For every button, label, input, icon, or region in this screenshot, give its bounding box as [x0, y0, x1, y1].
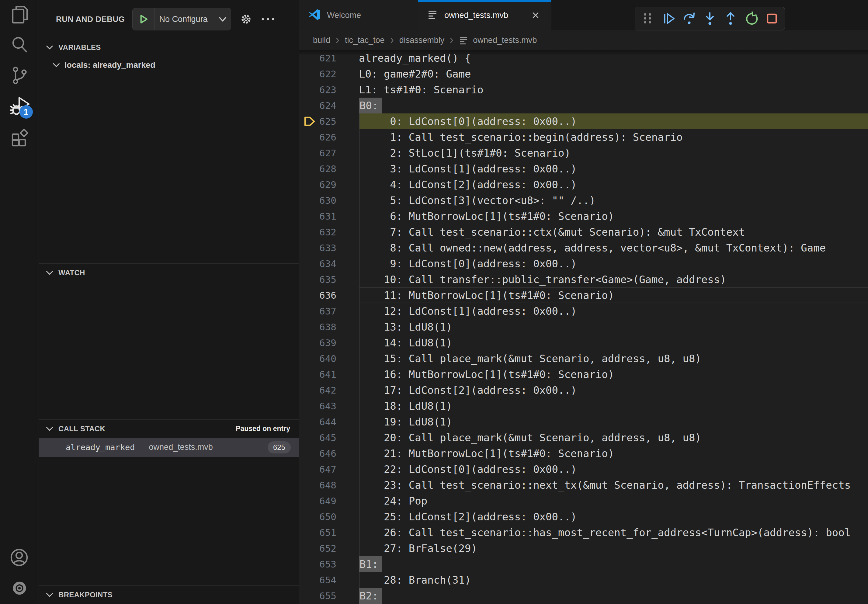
breakpoint-gutter[interactable]: 654 [299, 572, 359, 588]
breakpoint-gutter[interactable]: 628 [299, 161, 359, 177]
code-text[interactable]: 21: MutBorrowLoc[1](ts#1#0: Scenario) [359, 446, 868, 462]
code-text[interactable]: 13: LdU8(1) [359, 319, 868, 335]
code-text[interactable]: L0: game#2#0: Game [359, 66, 868, 82]
breakpoint-gutter[interactable]: 636 [299, 287, 359, 303]
activity-item-run-and-debug[interactable]: 1 [0, 91, 39, 122]
breakpoint-gutter[interactable]: 627 [299, 145, 359, 161]
breakpoint-gutter[interactable]: 639 [299, 335, 359, 351]
breakpoint-gutter[interactable]: 623 [299, 82, 359, 98]
code-text[interactable]: 12: LdConst[1](address: 0x00..) [359, 303, 868, 319]
breakpoint-gutter[interactable]: 630 [299, 192, 359, 208]
code-text[interactable]: 3: LdConst[1](address: 0x00..) [359, 161, 868, 177]
code-text[interactable]: B1: [359, 556, 868, 572]
breadcrumb-build[interactable]: build [313, 36, 330, 45]
breakpoint-gutter[interactable]: 648 [299, 477, 359, 493]
breakpoint-gutter[interactable]: 644 [299, 414, 359, 430]
stop-icon[interactable] [764, 11, 780, 26]
code-text[interactable]: 16: MutBorrowLoc[1](ts#1#0: Scenario) [359, 367, 868, 382]
tab-welcome[interactable]: Welcome [299, 0, 418, 30]
code-text[interactable]: 28: Branch(31) [359, 572, 868, 588]
code-text[interactable]: 20: Call place_mark(&mut Scenario, addre… [359, 430, 868, 446]
breadcrumb-tic-tac-toe[interactable]: tic_tac_toe [345, 36, 385, 45]
breakpoint-gutter[interactable]: 631 [299, 208, 359, 224]
breakpoint-gutter[interactable]: 634 [299, 256, 359, 272]
breakpoint-gutter[interactable]: 651 [299, 525, 359, 541]
continue-icon[interactable] [660, 11, 676, 26]
code-text[interactable]: 2: StLoc[1](ts#1#0: Scenario) [359, 145, 868, 161]
activity-item-source-control[interactable] [0, 61, 39, 91]
breadcrumb-disassembly[interactable]: disassembly [399, 36, 445, 45]
breakpoint-gutter[interactable]: 652 [299, 541, 359, 556]
code-text[interactable]: L1: ts#1#0: Scenario [359, 82, 868, 98]
code-text[interactable]: 18: LdU8(1) [359, 398, 868, 414]
start-debug-play-icon[interactable] [133, 8, 155, 30]
more-actions-ellipsis-icon[interactable] [261, 17, 275, 21]
stack-frame-row[interactable]: already_marked owned_tests.mvb 625 [39, 438, 299, 457]
code-text[interactable]: 27: BrFalse(29) [359, 541, 868, 556]
breakpoint-gutter[interactable]: 649 [299, 493, 359, 509]
breakpoint-gutter[interactable]: 641 [299, 367, 359, 382]
debug-configuration-picker[interactable]: No Configura [132, 8, 231, 30]
code-text[interactable]: B0: [359, 98, 868, 113]
breakpoint-gutter[interactable]: 621 [299, 50, 359, 66]
call-stack-section-header[interactable]: CALL STACK Paused on entry [39, 420, 299, 438]
code-text[interactable]: 1: Call test_scenario::begin(address): S… [359, 129, 868, 145]
drag-handle[interactable] [640, 11, 656, 26]
code-text[interactable]: 7: Call test_scenario::ctx(&mut Scenario… [359, 224, 868, 240]
activity-item-search[interactable] [0, 30, 39, 61]
breakpoint-gutter[interactable]: 645 [299, 430, 359, 446]
activity-item-settings[interactable] [0, 574, 39, 604]
step-into-icon[interactable] [702, 11, 718, 26]
breakpoint-gutter[interactable]: 638 [299, 319, 359, 335]
variables-section-header[interactable]: VARIABLES [39, 38, 299, 57]
code-text[interactable]: 17: LdConst[2](address: 0x00..) [359, 382, 868, 398]
code-text[interactable]: 14: LdU8(1) [359, 335, 868, 351]
close-icon[interactable] [529, 9, 542, 22]
code-text[interactable]: 9: LdConst[0](address: 0x00..) [359, 256, 868, 272]
step-out-icon[interactable] [722, 11, 738, 26]
code-text[interactable]: B2: [359, 588, 868, 604]
breakpoint-gutter[interactable]: 650 [299, 509, 359, 525]
debug-settings-gear-icon[interactable] [239, 12, 253, 26]
code-text[interactable]: 15: Call place_mark(&mut Scenario, addre… [359, 351, 868, 367]
breakpoint-gutter[interactable]: 626 [299, 129, 359, 145]
code-text[interactable]: 0: LdConst[0](address: 0x00..) [359, 113, 868, 129]
breakpoint-gutter[interactable]: 622 [299, 66, 359, 82]
step-over-icon[interactable] [681, 11, 697, 26]
breakpoint-gutter[interactable]: 653 [299, 556, 359, 572]
locals-scope-row[interactable]: locals: already_marked [39, 57, 299, 74]
activity-item-account[interactable] [0, 543, 39, 574]
code-text[interactable]: 6: MutBorrowLoc[1](ts#1#0: Scenario) [359, 208, 868, 224]
breakpoint-gutter[interactable]: 643 [299, 398, 359, 414]
code-text[interactable]: 24: Pop [359, 493, 868, 509]
restart-icon[interactable] [743, 11, 759, 26]
breakpoint-gutter[interactable]: 632 [299, 224, 359, 240]
code-text[interactable]: already_marked() { [359, 50, 868, 66]
code-text[interactable]: 11: MutBorrowLoc[1](ts#1#0: Scenario) [359, 287, 868, 303]
code-text[interactable]: 8: Call owned::new(address, address, vec… [359, 240, 868, 256]
breakpoint-gutter[interactable]: 642 [299, 382, 359, 398]
breakpoint-gutter[interactable]: 647 [299, 462, 359, 477]
breadcrumb-file[interactable]: owned_tests.mvb [459, 36, 537, 45]
breakpoint-gutter[interactable]: 624 [299, 98, 359, 113]
code-text[interactable]: 26: Call test_scenario::has_most_recent_… [359, 525, 868, 541]
code-text[interactable]: 23: Call test_scenario::next_tx(&mut Sce… [359, 477, 868, 493]
code-text[interactable]: 10: Call transfer::public_transfer<Game>… [359, 272, 868, 287]
activity-item-explorer[interactable] [0, 0, 39, 30]
breakpoint-gutter[interactable]: 633 [299, 240, 359, 256]
breakpoint-gutter[interactable]: 635 [299, 272, 359, 287]
code-text[interactable]: 19: LdU8(1) [359, 414, 868, 430]
watch-section-header[interactable]: WATCH [39, 264, 299, 282]
breakpoint-gutter[interactable]: 646 [299, 446, 359, 462]
tab-owned-tests[interactable]: owned_tests.mvb [418, 0, 552, 30]
breakpoint-gutter[interactable]: 637 [299, 303, 359, 319]
breakpoint-gutter[interactable]: 640 [299, 351, 359, 367]
breakpoints-section-header[interactable]: BREAKPOINTS [39, 586, 299, 604]
code-text[interactable]: 5: LdConst[3](vector<u8>: "" /..) [359, 192, 868, 208]
activity-item-extensions[interactable] [0, 122, 39, 152]
breakpoint-gutter[interactable]: 629 [299, 177, 359, 192]
breakpoint-gutter[interactable]: 655 [299, 588, 359, 604]
code-text[interactable]: 22: LdConst[0](address: 0x00..) [359, 462, 868, 477]
breakpoint-gutter[interactable]: 625 [299, 113, 359, 129]
code-text[interactable]: 4: LdConst[2](address: 0x00..) [359, 177, 868, 192]
